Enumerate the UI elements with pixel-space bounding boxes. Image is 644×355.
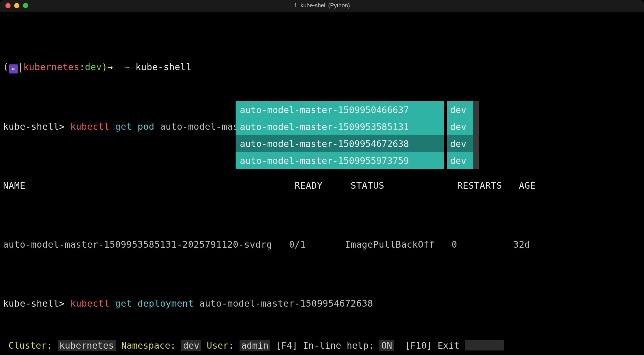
cur-bin: kubectl [70,298,110,309]
pod-table-row: auto-model-master-1509953585131-20257911… [3,239,641,250]
autocomplete-item[interactable]: auto-model-master-1509955973759 dev [236,152,473,169]
autocomplete-item-ns: dev [447,152,473,169]
autocomplete-dropdown[interactable]: auto-model-master-1509950466637 dev auto… [236,101,479,169]
cur-verb: get [115,298,132,309]
autocomplete-item-selected[interactable]: auto-model-master-1509954672638 dev [236,135,473,152]
sb-ns-val: dev [181,340,201,351]
terminal-window: 1. kube-shell (Python) (⎈|kubernetes:dev… [0,0,644,355]
ps1-open: ( [3,62,9,72]
sb-f4[interactable]: [F4] [276,340,298,351]
col-age: AGE [519,180,536,191]
hist1-kind: pod [138,121,155,132]
traffic-lights [0,3,28,8]
autocomplete-item-ns: dev [447,118,473,135]
hist1-prompt: kube-shell> [3,121,65,132]
cur-kind: deployment [138,298,194,309]
minimize-icon[interactable] [14,3,19,8]
autocomplete-item-name: auto-model-master-1509950466637 [236,101,444,118]
window-title: 1. kube-shell (Python) [0,2,644,9]
ps1-colon: : [79,62,85,72]
cell-status: ImagePullBackOff [345,239,435,250]
autocomplete-item[interactable]: auto-model-master-1509950466637 dev [236,101,473,118]
col-status: STATUS [351,180,384,191]
ps1-line: (⎈|kubernetes:dev)→ ~ kube-shell [3,61,641,73]
close-icon[interactable] [5,3,11,8]
sb-help-key: In-line help: [303,340,374,351]
autocomplete-item-name: auto-model-master-1509953585131 [236,118,444,135]
autocomplete-item-name: auto-model-master-1509955973759 [236,152,444,169]
ps1-arrow: → [108,62,113,72]
autocomplete-item-ns: dev [447,135,473,152]
sb-f10[interactable]: [F10] [405,340,432,351]
hist1-verb: get [115,121,132,132]
hist1-bin: kubectl [70,121,110,132]
sb-ns-key: Namespace: [121,340,176,351]
col-ready: READY [295,180,323,191]
autocomplete-item[interactable]: auto-model-master-1509953585131 dev [236,118,473,135]
ps1-close: ) [102,62,108,72]
sb-user-val: admin [240,340,270,351]
ps1-tilde: ~ [124,62,130,72]
terminal-body[interactable]: (⎈|kubernetes:dev)→ ~ kube-shell kube-sh… [0,11,644,345]
ps1-cmd: kube-shell [135,62,192,72]
status-bar: Cluster: kubernetes Namespace: dev User:… [0,340,644,351]
sb-cluster-key: Cluster: [8,340,52,351]
cell-age: 32d [513,239,530,250]
cell-name: auto-model-master-1509953585131-20257911… [3,239,272,250]
sb-cluster-val: kubernetes [58,340,116,351]
ps1-bar: | [18,62,24,72]
col-restarts: RESTARTS [457,180,502,191]
ps1-context: kubernetes [23,62,79,72]
ps1-namespace: dev [85,62,102,72]
kube-icon: ⎈ [9,64,18,73]
cur-prompt: kube-shell> [3,298,65,309]
cur-arg[interactable]: auto-model-master-1509954672638 [199,298,373,309]
autocomplete-item-ns: dev [447,101,473,118]
titlebar: 1. kube-shell (Python) [0,0,644,11]
col-name: NAME [3,180,25,191]
sb-exit[interactable]: Exit [438,340,459,351]
autocomplete-scrollbar[interactable] [473,101,479,169]
sb-user-key: User: [207,340,234,351]
current-input-line[interactable]: kube-shell> kubectl get deployment auto-… [3,298,641,309]
sb-help-val: ON [379,340,394,351]
maximize-icon[interactable] [23,3,28,8]
autocomplete-item-name: auto-model-master-1509954672638 [236,135,444,152]
sb-tail-block [465,340,504,350]
cell-restarts: 0 [452,239,457,250]
cell-ready: 0/1 [289,239,306,250]
pod-table-header: NAME READY STATUS RESTARTS AGE [3,180,641,191]
